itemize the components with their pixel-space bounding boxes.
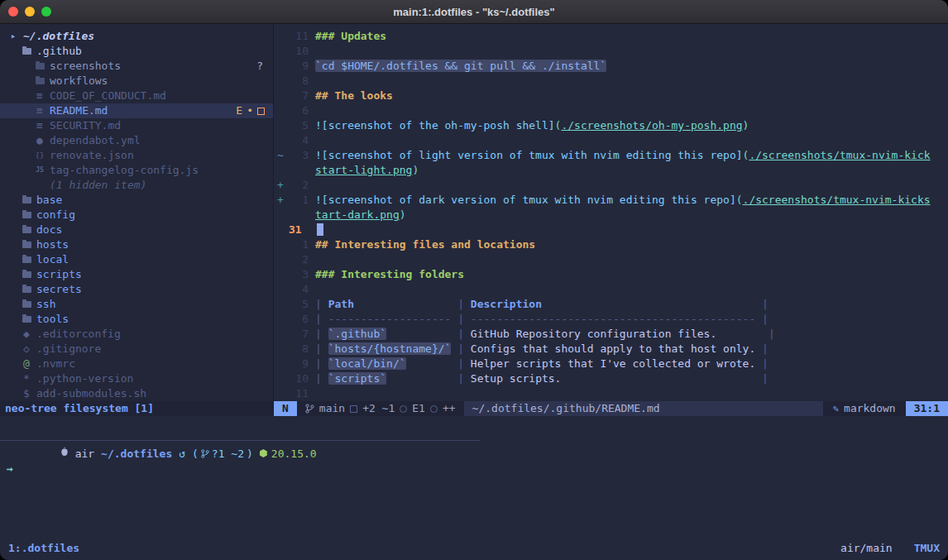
- tree-item-file-python-version[interactable]: *.python-version: [0, 371, 273, 386]
- editor-line[interactable]: 4: [274, 282, 948, 297]
- tree-item-dir-tools[interactable]: tools: [0, 312, 273, 327]
- line-number: 4: [287, 282, 309, 297]
- line-content: start-light.png): [309, 163, 419, 178]
- image-alt-text: ![screenshot of light version of tmux wi…: [315, 149, 743, 161]
- line-number: 8: [287, 342, 309, 357]
- table-cell-text: Configs that should apply to that host o…: [471, 342, 755, 355]
- diff-icon: [350, 405, 357, 413]
- sign-column: [274, 267, 287, 282]
- line-number: 2: [287, 252, 309, 267]
- editor-line[interactable]: 6| ------------------- | ---------------…: [274, 312, 948, 327]
- editor-buffer: 11### Updates109`cd $HOME/.dotfiles && g…: [274, 24, 948, 401]
- editor-line[interactable]: 11### Updates: [274, 29, 948, 44]
- tree-item-dir-docs[interactable]: docs: [0, 223, 273, 237]
- tree-item-file-tag-changelog[interactable]: JStag-changelog-config.js: [0, 163, 273, 178]
- tree-item-dir-scripts[interactable]: scripts: [0, 267, 273, 282]
- editor-line[interactable]: 8| `hosts/{hostname}/` | Configs that sh…: [274, 342, 948, 357]
- shell-pane[interactable]: air ~/.dotfiles ↺ (?1 ~2) 20.15.0 →: [0, 416, 948, 539]
- tree-item-file-dependabot[interactable]: ●dependabot.yml: [0, 133, 273, 148]
- tree-item-dir-github[interactable]: .github: [0, 44, 273, 59]
- sign-column: [274, 208, 287, 223]
- tree-item-file-renovate[interactable]: {}renovate.json: [0, 148, 273, 163]
- link-paren: ): [400, 208, 406, 221]
- line-number: 3: [287, 148, 309, 163]
- tree-item-dir-screenshots[interactable]: screenshots?: [0, 59, 273, 74]
- tree-item-file-code-of-conduct[interactable]: ≡CODE_OF_CONDUCT.md: [0, 89, 273, 103]
- filetype-label: markdown: [844, 401, 896, 416]
- tree-item-label: screenshots: [50, 59, 121, 74]
- table-header: Description: [471, 298, 542, 310]
- tree-item-root-dotfiles[interactable]: ▸~/.dotfiles: [0, 29, 273, 44]
- nvim-statusline: N main +2 ~1 E1 ++ ~/.dotfi: [274, 401, 948, 416]
- tree-item-file-nvmrc[interactable]: @.nvmrc: [0, 357, 273, 371]
- prompt-divider: [0, 440, 480, 441]
- tree-item-dir-config[interactable]: config: [0, 208, 273, 223]
- tree-item-label: (1 hidden item): [50, 178, 146, 193]
- editor-line[interactable]: 1## Interesting files and locations: [274, 237, 948, 252]
- editor-line[interactable]: 5![screenshot of the oh-my-posh shell](.…: [274, 118, 948, 133]
- sign-column: [274, 59, 287, 74]
- editor-line[interactable]: +1![screenshot of dark version of tmux w…: [274, 193, 948, 208]
- tree-item-dir-workflows[interactable]: workflows: [0, 74, 273, 89]
- table-header: Path: [328, 298, 354, 310]
- editor-line[interactable]: 31: [274, 223, 948, 237]
- tree-item-file-security[interactable]: ≡SECURITY.md: [0, 118, 273, 133]
- line-number: 7: [287, 327, 309, 342]
- folder-glyph: [22, 271, 31, 278]
- editor-line[interactable]: 7## The looks: [274, 89, 948, 103]
- line-number: 9: [287, 357, 309, 371]
- minimize-window-button[interactable]: [25, 7, 35, 17]
- editor-line[interactable]: 10: [274, 44, 948, 59]
- tree-item-dir-hosts[interactable]: hosts: [0, 237, 273, 252]
- line-number: 10: [287, 44, 309, 59]
- editor-line[interactable]: 6: [274, 103, 948, 118]
- editor-line[interactable]: 9`cd $HOME/.dotfiles && git pull && ./in…: [274, 59, 948, 74]
- link-url: ./screenshots/oh-my-posh.png: [561, 119, 742, 132]
- tree-item-label: docs: [36, 223, 62, 237]
- tree-item-dir-ssh[interactable]: ssh: [0, 297, 273, 312]
- apple-icon: [7, 434, 69, 472]
- tree-item-dir-secrets[interactable]: secrets: [0, 282, 273, 297]
- folder-icon: [20, 242, 33, 248]
- editor-line[interactable]: 11: [274, 386, 948, 401]
- editor-line[interactable]: 5| Path | Description |: [274, 297, 948, 312]
- tree-item-dir-local[interactable]: local: [0, 252, 273, 267]
- editor-line[interactable]: tart-dark.png): [274, 208, 948, 223]
- tree-item-file-add-submodules[interactable]: $add-submodules.sh: [0, 386, 273, 401]
- shell-prompt: air ~/.dotfiles ↺ (?1 ~2) 20.15.0: [7, 446, 317, 461]
- line-number: 8: [287, 74, 309, 89]
- sign-column: [274, 163, 287, 178]
- close-window-button[interactable]: [8, 7, 18, 17]
- line-number: 5: [287, 297, 309, 312]
- tree-item-hidden-note[interactable]: (1 hidden item): [0, 178, 273, 193]
- editor-line[interactable]: 10| `scripts` | Setup scripts. |: [274, 371, 948, 386]
- editor-line[interactable]: start-light.png): [274, 163, 948, 178]
- editor-line[interactable]: 4: [274, 133, 948, 148]
- sign-column: [274, 371, 287, 386]
- table-border: |: [386, 372, 471, 385]
- editor-line[interactable]: +2: [274, 178, 948, 193]
- folder-glyph: [22, 286, 31, 293]
- tree-item-file-readme[interactable]: ≡README.mdE•: [0, 103, 273, 118]
- table-border: |: [315, 298, 328, 310]
- line-content: `cd $HOME/.dotfiles && git pull && ./ins…: [309, 59, 606, 74]
- tmux-window-name[interactable]: 1:.dotfiles: [8, 542, 79, 554]
- zoom-window-button[interactable]: [41, 7, 51, 17]
- statusline-extra: ++: [443, 401, 456, 416]
- tree-item-file-editorconfig[interactable]: ◆.editorconfig: [0, 327, 273, 342]
- editor-window[interactable]: 11### Updates109`cd $HOME/.dotfiles && g…: [274, 24, 948, 416]
- tmux-bar-right: air/main TMUX: [840, 542, 940, 554]
- editor-line[interactable]: 3### Interesting folders: [274, 267, 948, 282]
- editor-line[interactable]: 8: [274, 74, 948, 89]
- editor-line[interactable]: 2: [274, 252, 948, 267]
- tree-item-dir-base[interactable]: base: [0, 193, 273, 208]
- sign-column: [274, 74, 287, 89]
- line-content: [309, 178, 315, 193]
- folder-icon: [20, 316, 33, 323]
- line-content: | `.github` | GitHub Repository configur…: [309, 327, 775, 342]
- lsp-icon: [430, 405, 438, 413]
- editor-line[interactable]: ~3![screenshot of light version of tmux …: [274, 148, 948, 163]
- tree-item-file-gitignore[interactable]: ◇.gitignore: [0, 342, 273, 357]
- editor-line[interactable]: 7| `.github` | GitHub Repository configu…: [274, 327, 948, 342]
- editor-line[interactable]: 9| `local/bin/` | Helper scripts that I'…: [274, 357, 948, 371]
